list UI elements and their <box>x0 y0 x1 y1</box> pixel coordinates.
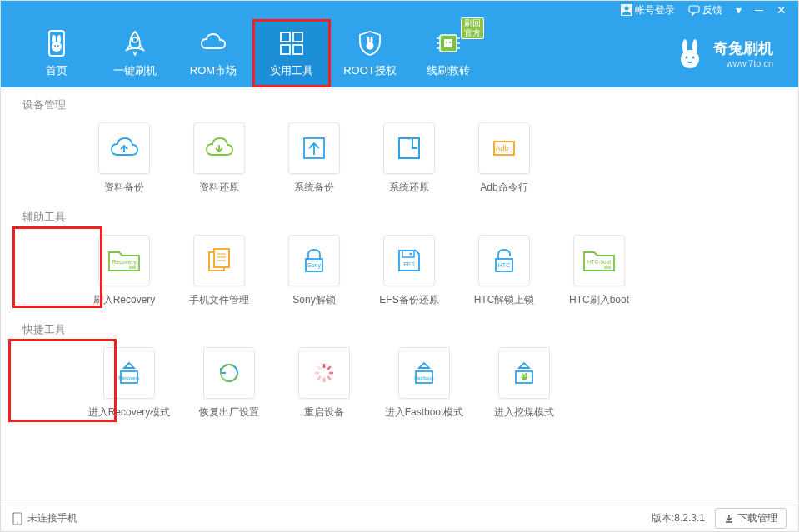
svg-point-8 <box>57 45 59 47</box>
tool-reboot[interactable]: 重启设备 <box>287 347 361 420</box>
download-manager-button[interactable]: 下载管理 <box>715 508 787 529</box>
svg-text:EFS: EFS <box>403 261 415 267</box>
svg-point-78 <box>17 522 18 524</box>
minimize-button[interactable]: ─ <box>750 3 768 17</box>
svg-line-64 <box>327 376 331 380</box>
cloud-down-icon <box>193 122 245 174</box>
svg-line-66 <box>317 376 321 380</box>
folder-htc-boot-icon: HTC-boot <box>573 235 625 286</box>
tool-restore-data[interactable]: 资料还原 <box>182 122 256 195</box>
tool-enter-download[interactable]: 进入挖煤模式 <box>487 347 561 420</box>
feedback-label: 反馈 <box>702 3 722 17</box>
svg-point-19 <box>446 42 447 43</box>
svg-text:Recovery: Recovery <box>118 375 139 380</box>
svg-rect-76 <box>526 373 527 375</box>
nav-home[interactable]: 首页 <box>17 19 96 87</box>
logo-url: www.7to.cn <box>713 58 773 68</box>
login-label: 帐号登录 <box>635 3 675 17</box>
arrow-up-box-icon <box>288 122 340 174</box>
tool-efs[interactable]: EFS EFS备份还原 <box>372 235 446 307</box>
tool-htc-boot[interactable]: HTC-boot HTC刷入boot <box>562 235 636 307</box>
tool-factory-reset[interactable]: 恢复出厂设置 <box>192 347 266 420</box>
fastboot-icon: Fastboot <box>398 347 450 399</box>
tool-system-backup[interactable]: 系统备份 <box>277 122 351 195</box>
tool-file-manager[interactable]: 手机文件管理 <box>182 235 256 307</box>
chip-icon <box>433 28 463 58</box>
tool-label: 恢复出厂设置 <box>199 405 259 420</box>
titlebar: 帐号登录 反馈 ▾ ─ ✕ <box>1 1 798 19</box>
section-assist: 辅助工具 Recovery 刷入Recovery 手机文件管理 Sony Son… <box>21 210 778 307</box>
svg-rect-45 <box>214 249 229 267</box>
nav-tools[interactable]: 实用工具 <box>252 19 331 87</box>
tool-label: Sony解锁 <box>292 293 335 307</box>
tool-flash-recovery[interactable]: Recovery 刷入Recovery <box>87 235 161 307</box>
svg-rect-75 <box>522 373 523 375</box>
tool-backup-data[interactable]: 资料备份 <box>87 122 161 195</box>
svg-rect-51 <box>402 251 414 257</box>
folder-recovery-icon: Recovery <box>98 235 150 286</box>
logo-title: 奇兔刷机 <box>713 38 773 58</box>
svg-point-9 <box>132 37 137 42</box>
tool-label: EFS备份还原 <box>379 293 438 307</box>
tool-label: 重启设备 <box>304 405 344 420</box>
files-icon <box>193 235 245 286</box>
svg-rect-11 <box>293 32 302 42</box>
svg-point-1 <box>625 7 629 11</box>
tool-label: Adb命令行 <box>480 181 527 195</box>
logo: 奇兔刷机 www.7to.cn <box>673 37 773 70</box>
tool-enter-recovery[interactable]: Recovery 进入Recovery模式 <box>87 347 171 420</box>
adb-icon: Adb_ <box>478 122 530 174</box>
svg-point-30 <box>686 57 688 59</box>
svg-point-7 <box>54 45 56 47</box>
dropdown-icon[interactable]: ▾ <box>731 3 747 17</box>
shield-icon <box>355 28 385 58</box>
tool-label: 进入Fastboot模式 <box>385 405 464 420</box>
user-icon <box>621 4 632 16</box>
nav-root[interactable]: ROOT授权 <box>331 19 409 87</box>
svg-rect-12 <box>281 45 290 54</box>
svg-rect-2 <box>689 6 699 12</box>
phone-rabbit-icon <box>42 28 72 58</box>
section-title: 快捷工具 <box>21 322 778 337</box>
nav-label: ROOT授权 <box>343 63 397 78</box>
nav-label: 线刷救砖 <box>427 63 470 78</box>
nav-flash[interactable]: 一键刷机 <box>96 19 174 87</box>
lock-sony-icon: Sony <box>288 235 340 286</box>
section-title: 辅助工具 <box>21 210 778 225</box>
nav-label: ROM市场 <box>190 63 237 78</box>
svg-text:Sony: Sony <box>307 262 321 269</box>
arrow-down-box-icon <box>383 122 435 174</box>
tool-system-restore[interactable]: 系统还原 <box>372 122 446 195</box>
nav-label: 首页 <box>46 63 67 78</box>
tool-label: HTC刷入boot <box>569 293 629 307</box>
feedback-button[interactable]: 反馈 <box>683 3 727 17</box>
tool-htc-unlock[interactable]: HTC HTC解锁上锁 <box>467 235 541 307</box>
tool-label: 资料备份 <box>104 181 144 195</box>
section-title: 设备管理 <box>21 97 778 112</box>
save-efs-icon: EFS <box>383 235 435 286</box>
badge-official: 刷回官方 <box>461 17 484 39</box>
tool-adb[interactable]: Adb_ Adb命令行 <box>467 122 541 195</box>
tool-enter-fastboot[interactable]: Fastboot 进入Fastboot模式 <box>382 347 466 420</box>
rocket-icon <box>120 28 150 58</box>
svg-line-62 <box>327 366 331 370</box>
statusbar: 未连接手机 版本:8.2.3.1 下载管理 <box>1 505 798 531</box>
loading-icon <box>298 347 350 399</box>
tool-label: 刷入Recovery <box>93 293 156 307</box>
svg-text:Fastboot: Fastboot <box>414 375 434 380</box>
tool-label: HTC解锁上锁 <box>474 293 535 307</box>
nav-wire-flash[interactable]: 刷回官方 线刷救砖 <box>409 19 487 87</box>
cloud-icon <box>198 28 228 58</box>
tool-label: 进入挖煤模式 <box>494 405 554 420</box>
phone-icon <box>12 512 22 525</box>
svg-point-74 <box>525 375 527 377</box>
login-button[interactable]: 帐号登录 <box>616 3 680 17</box>
nav-rom-market[interactable]: ROM市场 <box>174 19 252 87</box>
close-button[interactable]: ✕ <box>772 3 792 17</box>
section-device: 设备管理 资料备份 资料还原 系统备份 系统还原 Adb_ Adb命令行 <box>21 97 778 195</box>
tool-sony-unlock[interactable]: Sony Sony解锁 <box>277 235 351 307</box>
svg-rect-10 <box>281 32 290 42</box>
grid-icon <box>277 28 307 58</box>
svg-point-29 <box>681 50 699 68</box>
tool-label: 系统还原 <box>389 181 429 195</box>
